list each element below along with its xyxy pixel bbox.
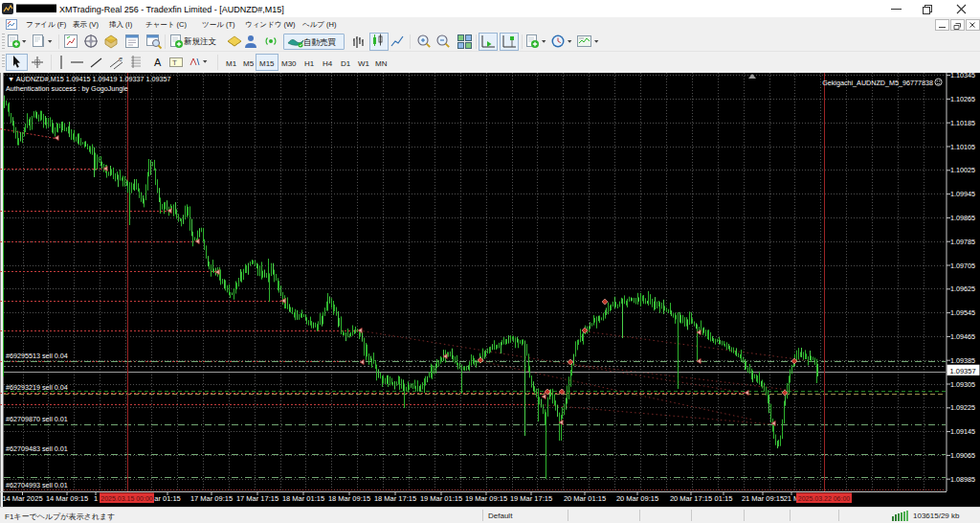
svg-text:1.09305: 1.09305 xyxy=(950,380,975,389)
svg-text:1.09545: 1.09545 xyxy=(950,308,975,317)
svg-text:M15: M15 xyxy=(259,59,275,68)
svg-text:Gekigachi_AUDNZD_M5_96777838: Gekigachi_AUDNZD_M5_96777838 xyxy=(822,79,933,87)
svg-text:19 Mar 01:15: 19 Mar 01:15 xyxy=(420,494,462,503)
svg-text:W1: W1 xyxy=(358,59,370,68)
svg-text:D1: D1 xyxy=(341,59,351,68)
svg-text:1.09385: 1.09385 xyxy=(950,356,975,365)
svg-text:1.09625: 1.09625 xyxy=(950,284,975,293)
svg-text:Authentication success : by Go: Authentication success : by GogoJungle xyxy=(6,84,128,93)
svg-text:1.08985: 1.08985 xyxy=(950,475,975,484)
svg-text:1: 1 xyxy=(94,494,98,503)
svg-text:1.09785: 1.09785 xyxy=(950,238,975,246)
svg-text:1.10345: 1.10345 xyxy=(950,72,975,80)
svg-text:01:15: 01:15 xyxy=(715,494,733,503)
svg-text:M30: M30 xyxy=(281,59,297,68)
svg-text:T: T xyxy=(172,58,177,67)
svg-text:18 Mar 01:15: 18 Mar 01:15 xyxy=(282,494,324,503)
svg-text:MN: MN xyxy=(375,59,388,68)
svg-text:21 Mar 09:15: 21 Mar 09:15 xyxy=(742,494,784,503)
svg-text:1.09705: 1.09705 xyxy=(950,262,975,270)
svg-text:1.09145: 1.09145 xyxy=(950,427,975,436)
svg-text:1.10265: 1.10265 xyxy=(950,95,975,103)
svg-text:20 Mar 17:15: 20 Mar 17:15 xyxy=(670,494,712,503)
svg-text:1.10105: 1.10105 xyxy=(950,143,975,151)
svg-text:20 Mar 01:15: 20 Mar 01:15 xyxy=(564,494,606,503)
svg-text:#62709870 sell 0.01: #62709870 sell 0.01 xyxy=(6,415,68,423)
svg-text:e: e xyxy=(119,56,122,62)
svg-text:14 Mar 09:15: 14 Mar 09:15 xyxy=(46,494,88,503)
svg-text:20 Mar 09:15: 20 Mar 09:15 xyxy=(616,494,658,503)
svg-text:2025.03.15 00:00: 2025.03.15 00:00 xyxy=(100,495,153,502)
svg-text:19 Mar 09:15: 19 Mar 09:15 xyxy=(465,494,507,503)
svg-text:18 Mar 09:15: 18 Mar 09:15 xyxy=(328,494,370,503)
svg-text:1.10185: 1.10185 xyxy=(950,119,975,127)
svg-text:XMTrading-Real 256 - Tradexfin: XMTrading-Real 256 - Tradexfin Limited -… xyxy=(59,5,284,14)
svg-text:#69293219 sell 0.04: #69293219 sell 0.04 xyxy=(6,383,68,392)
svg-text:#62704993 sell 0.01: #62704993 sell 0.01 xyxy=(6,481,68,489)
svg-text:2025.03.22 06:00: 2025.03.22 06:00 xyxy=(798,495,851,502)
svg-text:#69295513 sell 0.04: #69295513 sell 0.04 xyxy=(6,352,68,360)
svg-text:A: A xyxy=(154,57,162,68)
svg-text:H4: H4 xyxy=(323,59,333,68)
svg-text:17 Mar 09:15: 17 Mar 09:15 xyxy=(190,494,233,503)
svg-text:M5: M5 xyxy=(243,59,255,68)
svg-text:ar 01:15: ar 01:15 xyxy=(154,494,181,503)
svg-text:1.09465: 1.09465 xyxy=(950,332,975,341)
svg-text:M1: M1 xyxy=(226,59,237,68)
svg-text:#62709483 sell 0.01: #62709483 sell 0.01 xyxy=(6,444,68,453)
svg-text:1.09225: 1.09225 xyxy=(950,403,975,412)
svg-text:1.09065: 1.09065 xyxy=(950,451,975,460)
svg-text:18 Mar 17:15: 18 Mar 17:15 xyxy=(374,494,416,503)
svg-text:1.10025: 1.10025 xyxy=(950,166,975,174)
svg-text:14 Mar 2025: 14 Mar 2025 xyxy=(2,494,42,503)
svg-text:1.09357: 1.09357 xyxy=(950,367,976,375)
svg-text:17 Mar 17:15: 17 Mar 17:15 xyxy=(236,494,278,503)
svg-text:1.09865: 1.09865 xyxy=(950,214,975,222)
svg-text:H1: H1 xyxy=(304,59,315,68)
svg-text:1.09945: 1.09945 xyxy=(950,190,975,198)
svg-text:▼ AUDNZD#,M15 1.09415 1.09419: ▼ AUDNZD#,M15 1.09415 1.09419 1.09337 1.… xyxy=(8,75,171,83)
svg-text:19 Mar 17:15: 19 Mar 17:15 xyxy=(510,494,552,503)
